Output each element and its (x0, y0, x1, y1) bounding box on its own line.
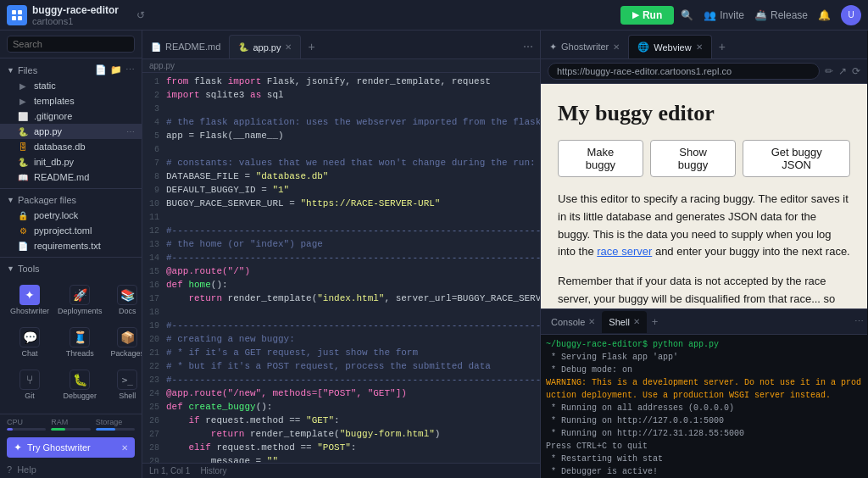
console-tab-close-icon[interactable]: ✕ (588, 317, 595, 326)
tab-apppy[interactable]: 🐍 app.py ✕ (229, 35, 301, 58)
breadcrumb: app.py (142, 59, 540, 73)
line-number: 19 (142, 320, 166, 331)
new-folder-icon[interactable]: 📁 (110, 64, 122, 75)
make-buggy-button[interactable]: Make buggy (558, 140, 643, 177)
release-button[interactable]: 🚢 Release (754, 9, 808, 21)
tools-section-header[interactable]: ▼ Tools (0, 261, 142, 276)
refresh-icon[interactable]: ⟳ (852, 65, 860, 77)
cpu-bar-fill (7, 428, 13, 431)
tab-console[interactable]: Console ✕ (544, 311, 602, 333)
edit-url-icon[interactable]: ✏ (825, 65, 833, 77)
code-line: 18 (142, 307, 540, 320)
tool-docs[interactable]: 📚 Docs (108, 280, 142, 320)
code-line: 17 return render_template("index.html", … (142, 293, 540, 307)
bell-icon[interactable]: 🔔 (818, 9, 831, 21)
line-content: #---------------------------------------… (166, 320, 540, 331)
file-name: requirements.txt (34, 241, 101, 251)
panel-add-tab-button[interactable]: + (712, 35, 732, 58)
line-content: #---------------------------------------… (166, 225, 540, 236)
tool-deployments[interactable]: 🚀 Deployments (54, 280, 106, 320)
url-input[interactable] (548, 63, 820, 80)
webview-buttons: Make buggy Show buggy Get buggy JSON (558, 140, 850, 177)
svg-rect-3 (18, 16, 22, 20)
console-area: Console ✕ Shell ✕ + ⋯ ~/buggy-race-edito… (541, 308, 867, 478)
sidebar-item-initdb[interactable]: 🐍 init_db.py (0, 154, 142, 170)
show-buggy-button[interactable]: Show buggy (650, 140, 737, 177)
files-section: ▼ Files 📄 📁 ⋯ ▶ static ▶ templates ⬜ .gi… (0, 58, 142, 188)
console-more-icon[interactable]: ⋯ (854, 316, 864, 327)
invite-button[interactable]: 👥 Invite (704, 9, 744, 21)
console-line: Press CTRL+C to quit (546, 440, 862, 453)
item-more-icon[interactable]: ⋯ (126, 127, 135, 136)
file-icon: 📖 (17, 171, 29, 183)
tab-readme[interactable]: 📄 README.md (142, 35, 229, 58)
debugger-label: Debugger (64, 392, 97, 400)
editor-add-tab-button[interactable]: + (301, 35, 321, 58)
sidebar-item-requirements[interactable]: 📄 requirements.txt (0, 238, 142, 253)
tool-packages[interactable]: 📦 Packages (108, 322, 142, 363)
line-number: 12 (142, 225, 166, 236)
search-icon[interactable]: 🔍 (681, 9, 693, 21)
tool-threads[interactable]: 🧵 Threads (54, 322, 106, 363)
cpu-label: CPU (7, 418, 46, 426)
sidebar-item-apppy[interactable]: 🐍 app.py ⋯ (0, 124, 142, 139)
line-number: 11 (142, 212, 166, 222)
console-content[interactable]: ~/buggy-race-editor$ python app.py * Ser… (541, 335, 867, 478)
race-server-link[interactable]: race server (597, 245, 652, 258)
tool-chat[interactable]: 💬 Chat (7, 322, 53, 363)
code-line: 13# the home (or "index") page (142, 239, 540, 253)
tool-debugger[interactable]: 🐛 Debugger (54, 364, 106, 405)
search-input[interactable] (7, 36, 135, 53)
code-line: 23#-------------------------------------… (142, 375, 540, 388)
tool-ghostwriter[interactable]: ✦ Ghostwriter (7, 280, 53, 320)
webview-tab-close-icon[interactable]: ✕ (696, 42, 703, 52)
tab-webview[interactable]: 🌐 Webview ✕ (628, 35, 711, 58)
sidebar: ▼ Files 📄 📁 ⋯ ▶ static ▶ templates ⬜ .gi… (0, 31, 142, 478)
run-button[interactable]: Run (620, 6, 674, 25)
files-section-icons: 📄 📁 ⋯ (95, 64, 135, 75)
line-number: 5 (142, 131, 166, 141)
files-more-icon[interactable]: ⋯ (125, 64, 135, 75)
code-line: 29 message = "" (142, 456, 540, 463)
history-icon[interactable]: ↺ (132, 7, 149, 24)
sidebar-item-gitignore[interactable]: ⬜ .gitignore (0, 108, 142, 124)
code-line: 28 elif request.method == "POST": (142, 442, 540, 456)
file-name: init_db.py (34, 157, 74, 167)
tool-git[interactable]: ⑂ Git (7, 364, 53, 405)
sidebar-item-db[interactable]: 🗄 database.db (0, 139, 142, 154)
try-ghostwriter-button[interactable]: ✦ Try Ghostwriter ✕ (7, 437, 135, 458)
shell-tab-close-icon[interactable]: ✕ (633, 317, 640, 326)
line-content: from flask import Flask, jsonify, render… (166, 76, 540, 86)
packager-section-header[interactable]: ▼ Packager files (0, 192, 142, 208)
console-add-tab-button[interactable]: + (647, 315, 664, 328)
get-buggy-json-button[interactable]: Get buggy JSON (743, 140, 850, 177)
git-icon: ⑂ (19, 370, 40, 390)
webview-title: My buggy editor (558, 101, 850, 126)
tab-ghostwriter[interactable]: ✦ Ghostwriter ✕ (541, 35, 628, 58)
line-content: #---------------------------------------… (166, 253, 540, 263)
sidebar-item-static[interactable]: ▶ static (0, 78, 142, 93)
new-file-icon[interactable]: 📄 (95, 64, 107, 75)
line-number: 15 (142, 266, 166, 276)
avatar[interactable]: U (841, 5, 861, 25)
apppy-tab-close-icon[interactable]: ✕ (285, 42, 292, 52)
sidebar-item-templates[interactable]: ▶ templates (0, 93, 142, 108)
sidebar-item-poetry[interactable]: 🔒 poetry.lock (0, 208, 142, 223)
line-number: 7 (142, 158, 166, 168)
code-line: 10BUGGY_RACE_SERVER_URL = "https://RACE-… (142, 198, 540, 212)
tab-shell[interactable]: Shell ✕ (602, 311, 646, 333)
files-section-header[interactable]: ▼ Files 📄 📁 ⋯ (0, 62, 142, 78)
line-number: 17 (142, 293, 166, 303)
line-content: # the home (or "index") page (166, 239, 540, 249)
ghostwriter-tab-close-icon[interactable]: ✕ (613, 42, 620, 52)
sidebar-item-readme[interactable]: 📖 README.md (0, 170, 142, 185)
ghostwriter-close-icon[interactable]: ✕ (121, 443, 128, 453)
editor-tabs-more-icon[interactable]: ⋯ (516, 35, 540, 58)
tool-shell[interactable]: >_ Shell (108, 364, 142, 405)
app-info: buggy-race-editor cartoons1 (32, 4, 119, 26)
open-external-icon[interactable]: ↗ (838, 65, 847, 77)
code-editor[interactable]: 1from flask import Flask, jsonify, rende… (142, 73, 540, 463)
sidebar-item-pyproject[interactable]: ⚙ pyproject.toml (0, 223, 142, 238)
help-button[interactable]: ? Help (0, 461, 142, 478)
file-name: database.db (34, 142, 86, 152)
